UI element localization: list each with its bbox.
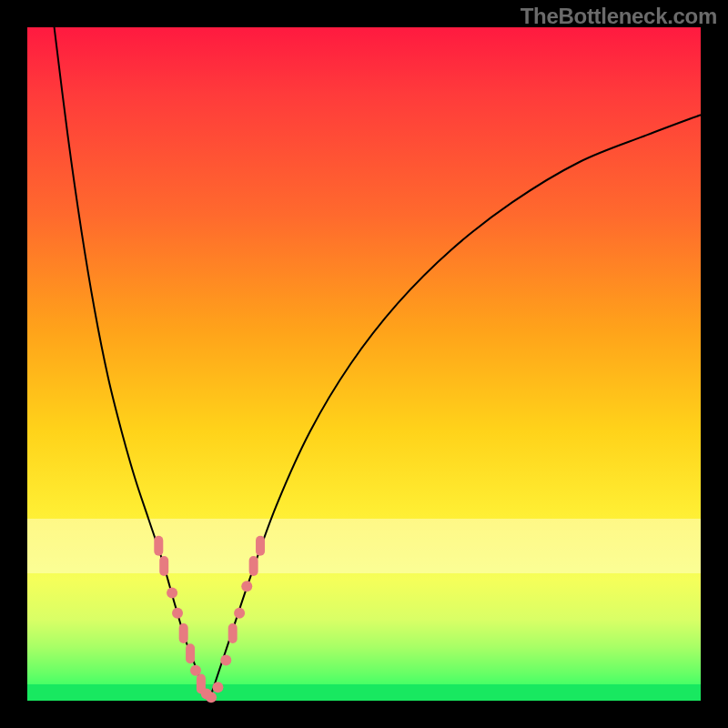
chart-frame: TheBottleneck.com	[0, 0, 728, 728]
marker-dot	[172, 608, 183, 619]
right-curve	[209, 115, 701, 701]
marker-capsule	[179, 623, 188, 643]
left-curve	[55, 27, 209, 701]
marker-capsule	[256, 536, 265, 556]
curves-svg	[27, 27, 701, 701]
marker-dot	[220, 655, 231, 666]
marker-dot	[167, 588, 177, 599]
plot-area	[27, 27, 701, 701]
marker-dot	[241, 581, 252, 592]
watermark-text: TheBottleneck.com	[521, 4, 717, 29]
marker-capsule	[159, 556, 168, 576]
marker-capsule	[154, 536, 163, 556]
marker-dot	[206, 692, 217, 703]
marker-group	[154, 536, 265, 703]
marker-capsule	[249, 556, 258, 576]
marker-capsule	[186, 643, 195, 663]
marker-capsule	[228, 623, 238, 643]
marker-dot	[212, 682, 223, 693]
marker-dot	[234, 608, 245, 619]
